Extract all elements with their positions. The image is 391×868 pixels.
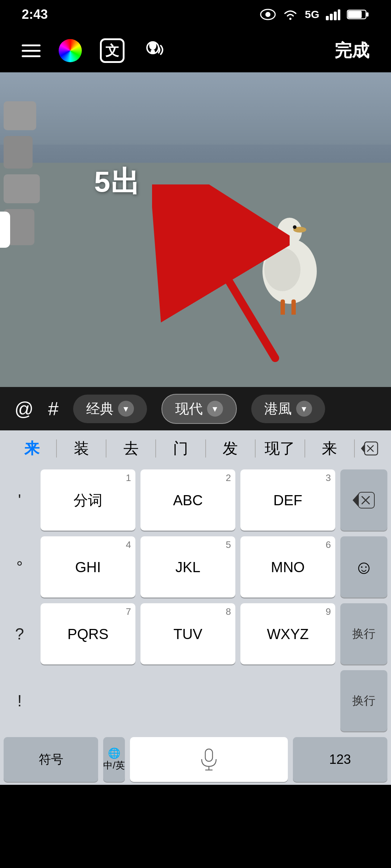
- key-2-num: 2: [226, 472, 231, 484]
- candidate-6[interactable]: 来: [305, 438, 354, 459]
- svg-line-24: [188, 213, 275, 358]
- key-lang[interactable]: 🌐 中/英: [103, 737, 125, 782]
- toolbar-left: 文: [22, 38, 168, 63]
- key-emoji[interactable]: ☺: [340, 536, 387, 597]
- huanhang-label: 换行: [352, 693, 375, 709]
- key-delete[interactable]: [340, 469, 387, 531]
- candidate-delete-button[interactable]: [355, 441, 384, 456]
- punct-question[interactable]: ?: [4, 603, 35, 664]
- key-symbol[interactable]: 符号: [4, 737, 98, 782]
- symbol-label: 符号: [39, 751, 63, 768]
- video-text-overlay: 5出: [94, 163, 141, 202]
- video-area: 5出: [0, 72, 391, 387]
- signal-bars-icon: [326, 9, 340, 20]
- candidate-4[interactable]: 发: [206, 438, 255, 459]
- punct-col-1: ': [4, 469, 35, 531]
- svg-rect-31: [205, 749, 213, 761]
- hash-button[interactable]: #: [48, 398, 59, 420]
- sky-bg: [0, 72, 391, 145]
- svg-rect-8: [348, 11, 362, 18]
- svg-rect-25: [365, 442, 378, 455]
- key-3-num: 3: [326, 472, 331, 484]
- key-jkl[interactable]: 5 JKL: [140, 536, 235, 597]
- key-empty-3: [240, 670, 335, 731]
- key-pqrs[interactable]: 7 PQRS: [41, 603, 135, 664]
- key-9-num: 9: [326, 606, 331, 617]
- key-123[interactable]: 123: [293, 737, 387, 782]
- done-button[interactable]: 完成: [335, 39, 369, 62]
- keyboard-bottom-row: 符号 🌐 中/英 123: [0, 734, 391, 785]
- punct-degree[interactable]: °: [4, 536, 35, 597]
- row2-keys: 4 GHI 5 JKL 6 MNO: [41, 536, 335, 597]
- key-space[interactable]: [130, 737, 288, 782]
- scene-background: 5出: [0, 72, 391, 387]
- candidate-5[interactable]: 现了: [256, 438, 304, 459]
- svg-rect-20: [291, 299, 296, 315]
- key-ghi[interactable]: 4 GHI: [41, 536, 135, 597]
- modern-arrow-icon: ▾: [207, 401, 223, 417]
- svg-point-2: [289, 18, 291, 20]
- row4-keys: [41, 670, 335, 731]
- key-7-num: 7: [126, 606, 131, 617]
- key-换行[interactable]: 换行: [340, 670, 387, 731]
- keyboard: ' 1 分词 2 ABC 3 DEF: [0, 467, 391, 785]
- candidate-2[interactable]: 去: [106, 438, 155, 459]
- style-bar: @ # 经典 ▾ 现代 ▾ 港風 ▾: [0, 387, 391, 430]
- key-8-num: 8: [226, 606, 231, 617]
- key-7-label: PQRS: [67, 627, 108, 641]
- translate-icon[interactable]: 文: [100, 38, 125, 63]
- battery-icon: [347, 9, 369, 20]
- candidate-0[interactable]: 来: [7, 438, 56, 459]
- row3-keys: 7 PQRS 8 TUV 9 WXYZ: [41, 603, 335, 664]
- svg-rect-12: [151, 50, 155, 54]
- voice-icon[interactable]: [143, 40, 168, 61]
- key-mno[interactable]: 6 MNO: [240, 536, 335, 597]
- svg-point-11: [149, 41, 156, 50]
- key-1-num: 1: [126, 472, 131, 484]
- hamburger-icon[interactable]: [22, 44, 41, 57]
- key-empty-2: [140, 670, 235, 731]
- candidate-1[interactable]: 装: [57, 438, 106, 459]
- svg-rect-3: [326, 16, 329, 20]
- delete-icon: [352, 492, 376, 509]
- punct-apostrophe[interactable]: ': [4, 469, 35, 531]
- key-tuv[interactable]: 8 TUV: [140, 603, 235, 664]
- key-6-label: MNO: [271, 560, 304, 574]
- status-bar: 2:43 5G: [0, 0, 391, 29]
- num-label: 123: [329, 752, 351, 767]
- side-handle[interactable]: [0, 212, 10, 248]
- key-fenchi[interactable]: 1 分词: [41, 469, 135, 531]
- mic-icon: [199, 748, 218, 771]
- key-newline[interactable]: 换行: [340, 603, 387, 664]
- keyboard-row-1: ' 1 分词 2 ABC 3 DEF: [0, 467, 391, 533]
- key-5-label: JKL: [176, 560, 201, 574]
- style-classic-button[interactable]: 经典 ▾: [73, 395, 147, 423]
- row1-keys: 1 分词 2 ABC 3 DEF: [41, 469, 335, 531]
- key-4-num: 4: [126, 539, 131, 550]
- punct-col-4: !: [4, 670, 35, 731]
- punct-col-2: °: [4, 536, 35, 597]
- punct-exclaim[interactable]: !: [4, 670, 35, 731]
- wifi-icon: [282, 8, 298, 21]
- keyboard-row-2: ° 4 GHI 5 JKL 6 MNO ☺: [0, 533, 391, 600]
- at-button[interactable]: @: [14, 398, 34, 420]
- color-wheel-icon[interactable]: [59, 39, 82, 62]
- eye-icon: [260, 9, 276, 20]
- candidate-3[interactable]: 门: [156, 438, 205, 459]
- style-hk-button[interactable]: 港風 ▾: [251, 395, 325, 423]
- key-def[interactable]: 3 DEF: [240, 469, 335, 531]
- keyboard-row-4: ! 换行: [0, 667, 391, 734]
- key-1-label: 分词: [73, 493, 102, 507]
- key-5-num: 5: [226, 539, 231, 550]
- hk-arrow-icon: ▾: [296, 401, 312, 417]
- svg-rect-5: [334, 12, 337, 20]
- status-icons: 5G: [260, 8, 369, 21]
- signal-icon: 5G: [305, 8, 319, 21]
- style-modern-button[interactable]: 现代 ▾: [161, 394, 237, 424]
- key-4-label: GHI: [75, 560, 101, 574]
- stone-1: [4, 101, 36, 130]
- key-wxyz[interactable]: 9 WXYZ: [240, 603, 335, 664]
- key-abc[interactable]: 2 ABC: [140, 469, 235, 531]
- style-modern-label: 现代: [175, 400, 203, 418]
- keyboard-row-3: ? 7 PQRS 8 TUV 9 WXYZ 换行: [0, 600, 391, 667]
